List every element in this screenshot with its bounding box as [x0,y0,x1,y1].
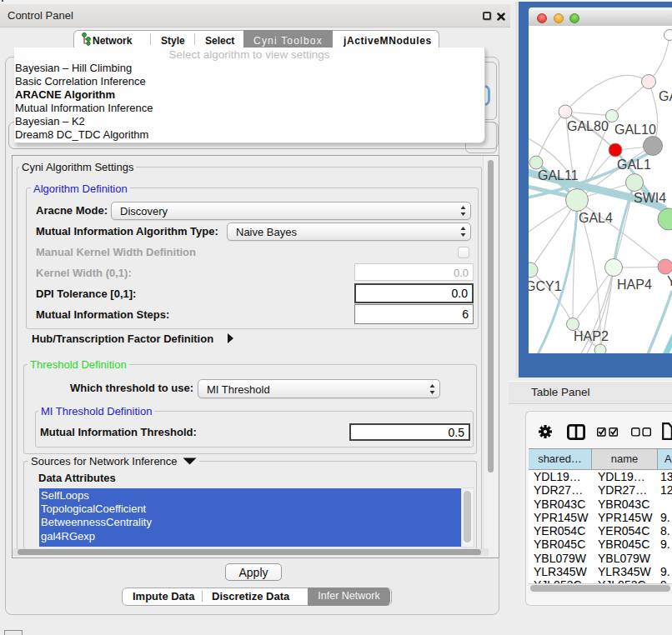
svg-text:GAL11: GAL11 [538,168,579,182]
svg-text:GCY1: GCY1 [529,279,562,293]
svg-text:GAL80: GAL80 [567,119,609,133]
svg-text:SWI4: SWI4 [634,191,666,205]
svg-text:GAL1: GAL1 [617,158,651,172]
svg-text:HAP2: HAP2 [574,329,609,343]
svg-text:GAL: GAL [659,89,672,103]
svg-text:HAP4: HAP4 [617,278,652,292]
svg-text:GAL10: GAL10 [614,122,656,137]
svg-text:Y: Y [667,274,672,288]
svg-text:GAL4: GAL4 [579,211,613,225]
